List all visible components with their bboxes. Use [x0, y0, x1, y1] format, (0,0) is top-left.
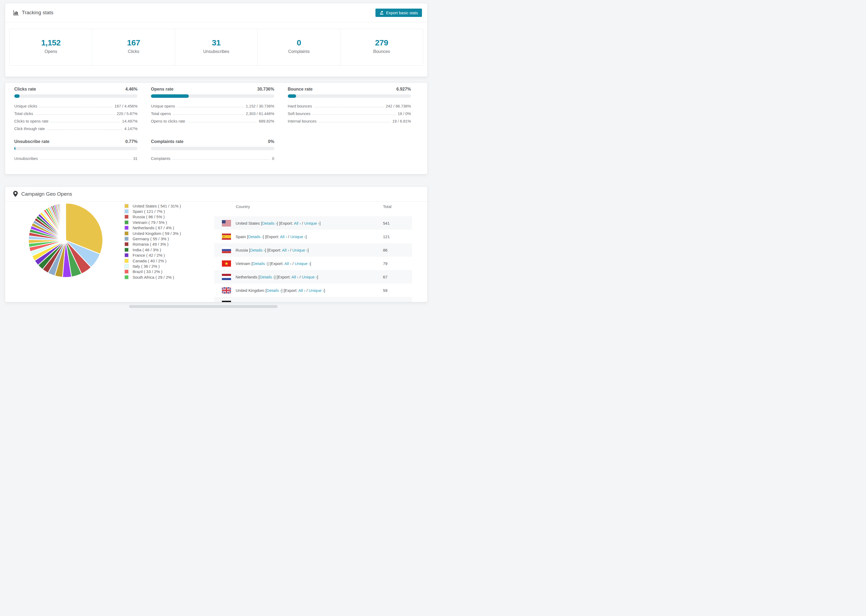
- export-all-link[interactable]: All ›: [298, 288, 305, 293]
- rate-title: Clicks rate: [14, 87, 36, 92]
- legend-item: Vietnam ( 79 / 5% ): [124, 220, 181, 225]
- legend-swatch: [124, 220, 129, 225]
- legend-label: Romania ( 49 / 3% ): [132, 242, 168, 247]
- total-cell: 121: [383, 234, 412, 239]
- geo-legend: United States ( 541 / 31% )Spain ( 121 /…: [124, 203, 181, 280]
- details-link[interactable]: Details ›: [252, 261, 267, 266]
- horizontal-scrollbar-thumb[interactable]: [129, 305, 277, 308]
- legend-item: India ( 46 / 3% ): [124, 247, 181, 252]
- progress-bar-track: [14, 147, 137, 150]
- legend-swatch: [124, 237, 129, 241]
- table-header-country: Country: [236, 204, 383, 209]
- stat-box-opens: 1,152Opens: [10, 29, 92, 65]
- export-unique-link[interactable]: Unique ›: [309, 288, 324, 293]
- stat-line-label: Soft bounces: [288, 112, 311, 116]
- legend-label: Brazil ( 33 / 2% ): [132, 269, 162, 274]
- stat-box-unsubscribes: 31Unsubscribes: [175, 29, 258, 65]
- export-unique-link[interactable]: Unique ›: [304, 221, 320, 225]
- stat-label: Clicks: [92, 49, 175, 54]
- legend-swatch: [124, 253, 129, 258]
- total-cell: 59: [383, 288, 412, 293]
- export-all-link[interactable]: All ›: [291, 275, 299, 279]
- stat-line-label: Click through rate: [14, 127, 45, 131]
- rate-panel-bounce-rate: Bounce rate6.927%Hard bounces242 / 86.73…: [288, 87, 411, 132]
- legend-item: Russia ( 86 / 5% ): [124, 214, 181, 220]
- stat-line: Total opens2,303 / 61.446%: [151, 110, 274, 118]
- legend-label: Vietnam ( 79 / 5% ): [132, 220, 167, 225]
- export-unique-link[interactable]: Unique ›: [292, 248, 308, 252]
- legend-swatch: [124, 204, 129, 208]
- progress-bar-fill: [151, 94, 189, 98]
- export-basic-stats-button[interactable]: Export basic stats: [375, 9, 422, 17]
- table-row: United Kingdom [Details ›] [Export: All …: [214, 284, 412, 297]
- details-link[interactable]: Details ›: [248, 234, 263, 239]
- country-flag-icon-us: [222, 220, 231, 226]
- legend-swatch: [124, 269, 129, 274]
- details-link[interactable]: Details ›: [260, 275, 274, 279]
- export-icon: [379, 11, 384, 15]
- dotted-leader: [40, 159, 131, 160]
- legend-swatch: [124, 275, 129, 280]
- stat-line: Unique clicks167 / 4.456%: [14, 102, 137, 110]
- details-link[interactable]: Details ›: [266, 288, 281, 293]
- total-cell: 55: [383, 302, 412, 303]
- country-name: Vietnam: [236, 261, 252, 266]
- rate-detail-rows: Unsubscribes31: [14, 155, 137, 162]
- bar-chart-icon: [13, 10, 19, 16]
- stat-line-value: 167 / 4.456%: [115, 104, 137, 108]
- rate-title: Bounce rate: [288, 87, 313, 92]
- legend-item: United States ( 541 / 31% ): [124, 203, 181, 209]
- legend-label: United States ( 541 / 31% ): [132, 204, 181, 208]
- stat-line-value: 14.497%: [122, 119, 137, 123]
- details-link[interactable]: Details ›: [262, 221, 277, 225]
- rate-panel-head: Opens rate30.736%: [151, 87, 274, 92]
- export-unique-link[interactable]: Unique ›: [295, 261, 310, 266]
- legend-item: Netherlands ( 67 / 4% ): [124, 225, 181, 231]
- export-all-link[interactable]: All ›: [282, 248, 289, 252]
- stat-line-label: Unique clicks: [14, 104, 37, 108]
- country-name: Russia: [236, 248, 249, 252]
- details-link[interactable]: Details ›: [250, 248, 265, 252]
- country-cell: Netherlands [Details ›] [Export: All › /…: [236, 275, 383, 279]
- stat-box-complaints: 0Complaints: [258, 29, 340, 65]
- country-cell: Vietnam [Details ›] [Export: All › / Uni…: [236, 261, 383, 266]
- stat-line-label: Hard bounces: [288, 104, 312, 108]
- legend-item: South Africa ( 29 / 2% ): [124, 274, 181, 280]
- legend-label: United Kingdom ( 59 / 3% ): [132, 231, 181, 236]
- export-all-link[interactable]: All ›: [286, 302, 293, 303]
- progress-bar-track: [151, 94, 274, 98]
- stat-line-value: 1,152 / 30.736%: [246, 104, 274, 108]
- details-link[interactable]: Details ›: [254, 302, 269, 303]
- geo-table: Country Total United States [Details ›] …: [214, 202, 412, 302]
- stat-label: Opens: [10, 49, 92, 54]
- header-divider: [5, 22, 427, 22]
- country-flag-icon-es: [222, 234, 231, 240]
- country-flag-icon-ru: [222, 247, 231, 253]
- table-row: Vietnam [Details ›] [Export: All › / Uni…: [214, 257, 412, 270]
- dotted-leader: [173, 115, 244, 115]
- export-all-link[interactable]: All ›: [280, 234, 287, 239]
- legend-swatch: [124, 242, 129, 247]
- legend-item: United Kingdom ( 59 / 3% ): [124, 231, 181, 236]
- export-unique-link[interactable]: Unique ›: [297, 302, 312, 303]
- legend-swatch: [124, 264, 129, 269]
- export-all-link[interactable]: All ›: [285, 261, 291, 266]
- table-header-total: Total: [383, 204, 412, 209]
- legend-label: South Africa ( 29 / 2% ): [132, 275, 174, 280]
- geo-header: Campaign Geo Opens: [5, 187, 427, 201]
- stat-value: 1,152: [10, 38, 92, 47]
- country-flag-icon-de: [222, 301, 231, 303]
- stat-label: Unsubscribes: [175, 49, 257, 54]
- country-cell: United States [Details ›] [Export: All ›…: [236, 221, 383, 225]
- legend-label: Netherlands ( 67 / 4% ): [132, 225, 174, 230]
- country-name: Netherlands: [236, 275, 258, 279]
- rate-panel-complaints-rate: Complaints rate0%Complaints0: [151, 139, 274, 162]
- export-unique-link[interactable]: Unique ›: [302, 275, 317, 279]
- stat-line-value: 242 / 86.738%: [386, 104, 411, 108]
- stat-value: 0: [258, 38, 340, 47]
- dotted-leader: [35, 115, 115, 115]
- export-unique-link[interactable]: Unique ›: [290, 234, 305, 239]
- legend-swatch: [124, 225, 129, 230]
- country-flag-icon-vn: [222, 261, 231, 267]
- export-all-link[interactable]: All ›: [294, 221, 301, 225]
